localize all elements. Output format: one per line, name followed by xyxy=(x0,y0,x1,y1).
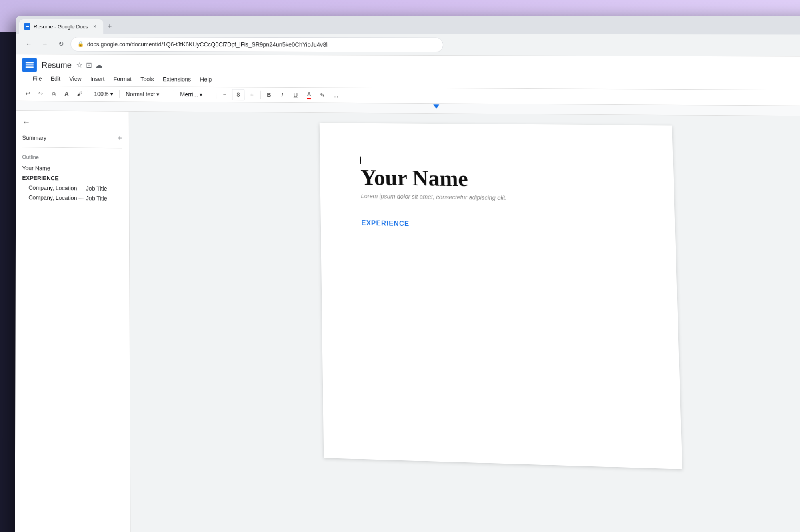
menu-tools[interactable]: Tools xyxy=(136,74,158,84)
doc-page: Your Name Lorem ipsum dolor sit amet, co… xyxy=(320,123,682,469)
style-arrow: ▾ xyxy=(156,91,159,97)
docs-logo xyxy=(22,58,37,72)
more-options-button[interactable]: ... xyxy=(330,90,342,101)
docs-header: Resume ☆ ⊡ ☁ File Edit View Insert Forma… xyxy=(16,54,800,90)
tab-favicon xyxy=(24,23,30,30)
spellcheck-button[interactable]: A xyxy=(61,88,72,99)
text-color-button[interactable]: A xyxy=(303,89,315,101)
sidebar-summary-title: Summary xyxy=(22,134,46,141)
zoom-dropdown[interactable]: 100% ▾ xyxy=(90,88,117,99)
zoom-value: 100% xyxy=(94,91,108,97)
lock-icon: 🔒 xyxy=(78,41,84,47)
sidebar-summary-section: Summary + xyxy=(22,133,122,149)
outline-item-job1[interactable]: Company, Location — Job Title xyxy=(22,183,122,194)
docs-title-icons: ☆ ⊡ ☁ xyxy=(76,61,103,70)
doc-title[interactable]: Resume xyxy=(42,60,72,70)
docs-app: Resume ☆ ⊡ ☁ File Edit View Insert Forma… xyxy=(15,54,800,532)
docs-title-row: Resume ☆ ⊡ ☁ xyxy=(22,58,800,76)
redo-button[interactable]: ↪ xyxy=(35,88,46,99)
menu-format[interactable]: Format xyxy=(109,74,136,84)
font-size-decrease-button[interactable]: − xyxy=(219,89,230,100)
back-button[interactable]: ← xyxy=(22,38,35,50)
sidebar-add-button[interactable]: + xyxy=(118,134,122,143)
address-bar[interactable]: 🔒 docs.google.com/document/d/1Q6-tJtK6KU… xyxy=(70,37,443,52)
font-size-increase-button[interactable]: + xyxy=(246,89,258,101)
font-value: Merri... xyxy=(180,91,198,98)
font-arrow: ▾ xyxy=(200,91,202,98)
menu-view[interactable]: View xyxy=(65,74,86,84)
menu-insert[interactable]: Insert xyxy=(86,74,109,84)
ruler-marker xyxy=(433,104,439,108)
outline-label: Outline xyxy=(22,154,122,161)
font-dropdown[interactable]: Merri... ▾ xyxy=(176,89,214,100)
menu-edit[interactable]: Edit xyxy=(47,74,64,84)
toolbar-separator-4 xyxy=(216,90,216,98)
menu-bar: File Edit View Insert Format Tools Exten… xyxy=(22,73,800,88)
style-value: Normal text xyxy=(126,91,155,98)
new-tab-button[interactable]: + xyxy=(103,19,116,34)
sidebar: ← Summary + Outline Your Name EXPERIENCE… xyxy=(15,111,131,532)
sidebar-summary-header[interactable]: Summary + xyxy=(22,133,122,143)
underline-button[interactable]: U xyxy=(290,89,302,101)
sidebar-back-button[interactable]: ← xyxy=(22,117,122,127)
active-tab[interactable]: Resume - Google Docs × xyxy=(19,19,103,34)
outline-item-experience[interactable]: EXPERIENCE xyxy=(22,173,122,184)
undo-button[interactable]: ↩ xyxy=(22,88,34,99)
toolbar-separator-1 xyxy=(88,90,88,98)
tab-bar: Resume - Google Docs × + xyxy=(16,16,800,35)
doc-subtitle: Lorem ipsum dolor sit amet, consectetur … xyxy=(361,193,632,203)
bold-button[interactable]: B xyxy=(263,89,275,101)
drive-icon[interactable]: ⊡ xyxy=(86,61,92,70)
star-icon[interactable]: ☆ xyxy=(76,61,83,70)
url-text: docs.google.com/document/d/1Q6-tJtK6KUyC… xyxy=(87,41,328,48)
menu-extensions[interactable]: Extensions xyxy=(159,74,195,84)
refresh-button[interactable]: ↻ xyxy=(54,38,67,50)
outline-item-name[interactable]: Your Name xyxy=(22,163,122,174)
toolbar-separator-2 xyxy=(119,90,120,98)
menu-file[interactable]: File xyxy=(29,74,46,83)
text-cursor xyxy=(360,156,361,164)
italic-button[interactable]: I xyxy=(276,89,288,101)
doc-area: Your Name Lorem ipsum dolor sit amet, co… xyxy=(129,112,800,532)
toolbar-separator-5 xyxy=(260,91,260,99)
print-button[interactable]: ⎙ xyxy=(48,88,59,99)
tab-title: Resume - Google Docs xyxy=(34,24,88,30)
outline-item-job2[interactable]: Company, Location — Job Title xyxy=(22,193,122,204)
doc-section-experience: EXPERIENCE xyxy=(361,219,633,231)
style-dropdown[interactable]: Normal text ▾ xyxy=(122,89,171,100)
toolbar-separator-3 xyxy=(174,90,174,98)
tab-close-button[interactable]: × xyxy=(91,23,98,30)
highlight-button[interactable]: ✎ xyxy=(316,89,328,101)
cloud-icon[interactable]: ☁ xyxy=(96,61,103,70)
menu-help[interactable]: Help xyxy=(196,74,216,84)
paint-format-button[interactable]: 🖌 xyxy=(74,88,85,99)
zoom-arrow: ▾ xyxy=(110,91,113,97)
forward-button[interactable]: → xyxy=(38,38,51,50)
docs-main: ← Summary + Outline Your Name EXPERIENCE… xyxy=(15,111,800,532)
font-size-value[interactable]: 8 xyxy=(232,89,244,100)
doc-heading-name: Your Name xyxy=(360,165,632,193)
address-bar-row: ← → ↻ 🔒 docs.google.com/document/d/1Q6-t… xyxy=(16,34,800,57)
